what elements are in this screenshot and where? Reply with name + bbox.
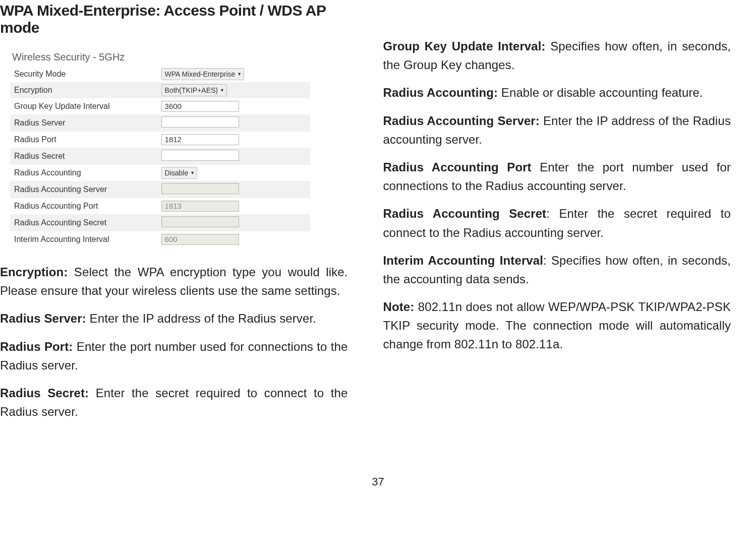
para-interim: Interim Accounting Interval: Specifies h… — [383, 251, 731, 288]
table-row: Radius AccountingDisable▼ — [10, 165, 310, 181]
para-radius-server: Radius Server: Enter the IP address of t… — [0, 309, 348, 328]
term: Radius Secret: — [0, 386, 96, 400]
select-control[interactable]: Both(TKIP+AES)▼ — [161, 84, 227, 96]
table-row: Radius Server — [10, 114, 310, 132]
para-radius-acc-port: Radius Accounting Port Enter the port nu… — [383, 158, 731, 195]
table-row: Security ModeWPA Mixed-Enterprise▼ — [10, 66, 310, 82]
settings-table: Security ModeWPA Mixed-Enterprise▼Encryp… — [10, 66, 310, 248]
settings-figure: Wireless Security - 5GHz Security ModeWP… — [10, 51, 348, 248]
para-radius-acc-secret: Radius Accounting Secret: Enter the secr… — [383, 204, 731, 241]
text-input[interactable]: 1812 — [161, 134, 239, 145]
table-row: Radius Accounting Secret — [10, 214, 310, 231]
right-column: Group Key Update Interval: Specifies how… — [383, 0, 731, 430]
para-radius-port: Radius Port: Enter the port number used … — [0, 337, 348, 375]
setting-value-cell: 600 — [157, 231, 310, 248]
para-encryption: Encryption: Select the WPA encryption ty… — [0, 263, 348, 300]
table-row: Radius Accounting Server — [10, 181, 310, 198]
para-note: Note: 802.11n does not allow WEP/WPA-PSK… — [383, 297, 731, 354]
para-group-key: Group Key Update Interval: Specifies how… — [383, 37, 731, 74]
text-input: 1813 — [161, 201, 239, 212]
term: Radius Accounting: — [383, 86, 501, 99]
page-title: WPA Mixed-Enterprise: Access Point / WDS… — [0, 2, 348, 36]
setting-label: Radius Accounting Secret — [10, 214, 157, 231]
setting-value-cell — [157, 114, 310, 132]
page-number: 37 — [0, 475, 756, 488]
text-input[interactable] — [161, 116, 239, 128]
setting-value-cell — [157, 148, 310, 165]
text-input — [161, 183, 239, 194]
chevron-down-icon: ▼ — [190, 170, 195, 175]
term: Radius Accounting Secret — [383, 207, 547, 220]
page-container: WPA Mixed-Enterprise: Access Point / WDS… — [0, 0, 756, 445]
setting-label: Radius Accounting Server — [10, 181, 157, 198]
select-control[interactable]: WPA Mixed-Enterprise▼ — [161, 68, 245, 80]
para-radius-secret: Radius Secret: Enter the secret required… — [0, 384, 348, 421]
table-row: Group Key Update Interval3600 — [10, 98, 310, 114]
table-row: Radius Secret — [10, 148, 310, 165]
table-row: Radius Accounting Port1813 — [10, 198, 310, 214]
term: Interim Accounting Interval — [383, 254, 543, 267]
para-radius-accounting: Radius Accounting: Enable or disable acc… — [383, 83, 731, 102]
setting-value-cell — [157, 181, 310, 198]
setting-value-cell: Both(TKIP+AES)▼ — [157, 82, 310, 98]
text-input[interactable]: 3600 — [161, 101, 239, 112]
figure-caption: Wireless Security - 5GHz — [12, 51, 348, 63]
setting-value-cell: 3600 — [157, 98, 310, 114]
setting-label: Radius Port — [10, 132, 157, 148]
select-value: Disable — [165, 169, 189, 177]
para-radius-acc-server: Radius Accounting Server: Enter the IP a… — [383, 111, 731, 149]
text-input — [161, 216, 239, 227]
table-row: EncryptionBoth(TKIP+AES)▼ — [10, 82, 310, 98]
setting-label: Radius Accounting — [10, 165, 157, 181]
text-input[interactable] — [161, 150, 239, 161]
select-control[interactable]: Disable▼ — [161, 167, 198, 179]
term: Radius Accounting Server: — [383, 114, 544, 128]
setting-label: Radius Secret — [10, 148, 157, 165]
setting-label: Radius Server — [10, 114, 157, 132]
chevron-down-icon: ▼ — [237, 72, 242, 77]
desc: Enable or disable accounting feature. — [501, 86, 703, 99]
table-row: Radius Port1812 — [10, 132, 310, 148]
setting-value-cell: WPA Mixed-Enterprise▼ — [157, 66, 310, 82]
text-input: 600 — [161, 234, 239, 245]
desc: 802.11n does not allow WEP/WPA-PSK TKIP/… — [383, 300, 731, 351]
select-value: WPA Mixed-Enterprise — [165, 70, 236, 78]
setting-label: Security Mode — [10, 66, 157, 82]
term: Encryption: — [0, 265, 74, 279]
chevron-down-icon: ▼ — [220, 88, 224, 93]
term: Radius Server: — [0, 312, 90, 325]
term: Note: — [383, 300, 418, 314]
setting-value-cell: 1812 — [157, 132, 310, 148]
setting-label: Radius Accounting Port — [10, 198, 157, 214]
setting-value-cell: 1813 — [157, 198, 310, 214]
setting-label: Group Key Update Interval — [10, 98, 157, 114]
setting-label: Interim Accounting Interval — [10, 231, 157, 248]
term: Radius Accounting Port — [383, 160, 540, 174]
select-value: Both(TKIP+AES) — [165, 86, 218, 94]
term: Radius Port: — [0, 340, 77, 353]
table-row: Interim Accounting Interval600 — [10, 231, 310, 248]
left-column: WPA Mixed-Enterprise: Access Point / WDS… — [0, 0, 348, 430]
setting-label: Encryption — [10, 82, 157, 98]
term: Group Key Update Interval: — [383, 39, 551, 53]
desc: Enter the IP address of the Radius serve… — [90, 312, 316, 325]
setting-value-cell: Disable▼ — [157, 165, 310, 181]
setting-value-cell — [157, 214, 310, 231]
